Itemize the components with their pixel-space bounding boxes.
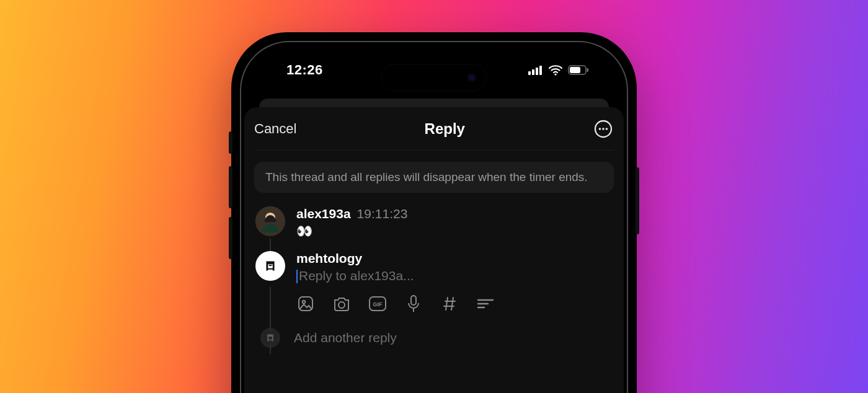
svg-rect-21 xyxy=(264,331,277,345)
poll-icon xyxy=(477,298,494,310)
composer-toolbar: GIF xyxy=(296,294,613,313)
hash-icon xyxy=(441,296,458,312)
image-icon xyxy=(297,295,314,312)
reply-sheet: Cancel Reply This thread and all replies… xyxy=(244,107,624,393)
svg-rect-7 xyxy=(587,68,589,72)
sheet-title: Reply xyxy=(425,120,465,138)
mic-icon xyxy=(407,294,420,313)
poll-button[interactable] xyxy=(476,294,495,313)
camera-button[interactable] xyxy=(332,294,351,313)
cellular-icon xyxy=(528,65,543,75)
svg-point-16 xyxy=(303,301,305,303)
status-time: 12:26 xyxy=(286,62,323,78)
avatar[interactable] xyxy=(255,206,285,236)
status-bar: 12:26 xyxy=(244,45,624,95)
hashtag-button[interactable] xyxy=(440,294,459,313)
phone-side-button xyxy=(229,131,232,154)
svg-point-4 xyxy=(554,73,556,75)
disappear-timer: 19:11:23 xyxy=(357,206,408,221)
phone-frame: 12:26 Cancel xyxy=(231,32,637,393)
attach-image-button[interactable] xyxy=(296,294,315,313)
svg-point-9 xyxy=(599,128,601,130)
svg-point-17 xyxy=(339,302,345,308)
camera-icon xyxy=(332,295,351,312)
svg-rect-20 xyxy=(411,296,416,305)
add-another-reply[interactable]: Add another reply xyxy=(255,328,613,348)
svg-rect-6 xyxy=(570,67,580,73)
svg-rect-1 xyxy=(532,69,534,75)
original-post: alex193a 19:11:23 👀 xyxy=(255,206,613,239)
battery-icon xyxy=(568,65,589,75)
wifi-icon xyxy=(548,64,563,76)
sheet-header: Cancel Reply xyxy=(254,107,614,151)
svg-text:GIF: GIF xyxy=(373,301,383,307)
avatar[interactable] xyxy=(255,251,285,281)
gradient-background: 12:26 Cancel xyxy=(0,0,868,393)
phone-side-button xyxy=(636,167,639,234)
phone-side-button xyxy=(229,217,232,259)
reply-placeholder: Reply to alex193a... xyxy=(299,268,414,283)
cancel-button[interactable]: Cancel xyxy=(254,121,296,137)
more-icon xyxy=(594,120,613,138)
phone-side-button xyxy=(229,166,232,208)
reply-input[interactable]: Reply to alex193a... xyxy=(296,268,613,283)
svg-rect-3 xyxy=(539,66,542,75)
thread: alex193a 19:11:23 👀 mehtolog xyxy=(254,206,614,348)
username[interactable]: alex193a xyxy=(296,206,351,221)
mic-button[interactable] xyxy=(404,294,423,313)
username: mehtology xyxy=(296,251,362,266)
gif-button[interactable]: GIF xyxy=(368,294,387,313)
svg-point-10 xyxy=(602,128,604,130)
add-another-label: Add another reply xyxy=(294,330,397,345)
post-body: 👀 xyxy=(296,224,613,239)
disappearing-notice: This thread and all replies will disappe… xyxy=(254,162,614,193)
reply-composer: mehtology Reply to alex193a... xyxy=(255,251,613,313)
gif-icon: GIF xyxy=(368,295,387,312)
svg-point-11 xyxy=(606,128,608,130)
more-options-button[interactable] xyxy=(593,118,614,139)
svg-rect-2 xyxy=(536,68,538,75)
phone-screen: 12:26 Cancel xyxy=(244,45,624,393)
svg-rect-0 xyxy=(528,71,531,75)
